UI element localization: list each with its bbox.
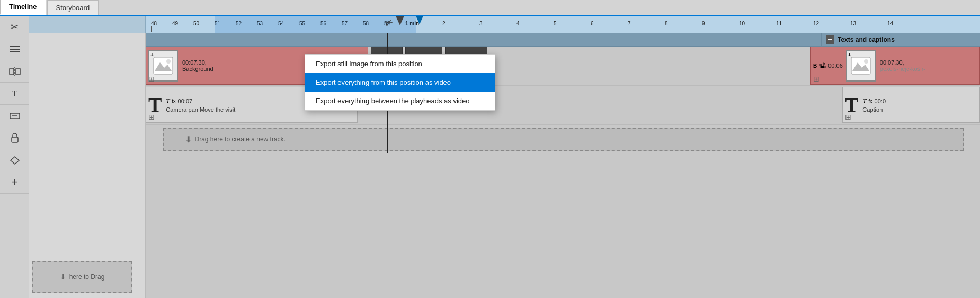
camera-pan-header: − Camera pan − Texts and captions <box>29 33 980 47</box>
timeline-scroll[interactable]: − Camera pan − Texts and captions <box>29 33 980 298</box>
track-area: − Camera pan − Texts and captions <box>29 33 980 153</box>
ruler: 48 49 50 51 52 53 54 55 56 57 58 59 1 mi… <box>29 16 980 33</box>
inpoint-marker <box>416 16 423 24</box>
svg-marker-9 <box>11 157 19 164</box>
playhead-top-marker <box>396 16 404 25</box>
keyframe-icon[interactable] <box>0 149 29 171</box>
texts-captions-label: Texts and captions <box>838 36 895 43</box>
svg-rect-10 <box>154 57 173 74</box>
left-drag-zone[interactable]: ⬇ here to Drag <box>32 261 132 293</box>
left-drag-label: here to Drag <box>69 273 105 281</box>
svg-point-12 <box>166 59 171 64</box>
cut-icon[interactable]: ✂ <box>0 16 29 38</box>
context-menu-item-export-video[interactable]: Export everything from this position as … <box>305 73 495 92</box>
svg-rect-13 <box>851 57 870 74</box>
tab-storyboard[interactable]: Storyboard <box>47 0 99 15</box>
svg-rect-8 <box>12 137 18 142</box>
context-menu-item-export-between[interactable]: Export everything between the playheads … <box>305 92 495 110</box>
drag-to-create-track[interactable]: ⬇ Drag here to create a new track. <box>163 128 964 151</box>
resize-icon[interactable] <box>0 105 29 127</box>
svg-rect-5 <box>16 68 20 75</box>
lock-icon[interactable] <box>0 127 29 149</box>
video-track-row: nbro-4972708.jpg + <box>29 47 980 86</box>
timeline-area: 48 49 50 51 52 53 54 55 56 57 58 59 1 mi… <box>29 16 980 298</box>
clip-label: Background <box>182 66 213 72</box>
text-add-icon[interactable]: T <box>0 83 29 105</box>
layers-icon[interactable] <box>0 38 29 60</box>
drag-zone-label: Drag here to create a new track. <box>195 136 286 143</box>
right-clip-time: 00:07.30, <box>880 59 925 66</box>
context-menu: Export still image from this position Ex… <box>305 54 495 111</box>
svg-point-15 <box>864 59 868 64</box>
svg-rect-3 <box>10 68 14 75</box>
tab-timeline[interactable]: Timeline <box>0 0 46 15</box>
main-container: ✂ T + <box>0 16 980 298</box>
text-track-row: A 🖊 ~ 00:06 papierflugzeug.pl B 🖊 ~ 00:0… <box>29 86 980 125</box>
right-caption-text: Caption <box>862 106 886 113</box>
caption-clip-right[interactable]: T T fx 00:0 Caption ⊞ <box>842 87 980 123</box>
new-track-row: ⬇ Drag here to create a new track. <box>29 125 980 153</box>
right-video-clip[interactable]: B 📽 00:06 + 00:07.30, pexels-nejc-košir- <box>810 47 980 85</box>
tab-bar: Timeline Storyboard <box>0 0 980 16</box>
texts-captions-collapse-button[interactable]: − <box>826 35 834 44</box>
context-menu-item-export-still[interactable]: Export still image from this position <box>305 55 495 73</box>
left-clips-panel <box>29 33 146 298</box>
right-clip-filename: pexels-nejc-košir- <box>880 66 925 72</box>
caption-text: Camera pan Move the visit <box>166 106 235 113</box>
clip-time: 00:07.30, <box>182 59 213 66</box>
sidebar: ✂ T + <box>0 16 29 298</box>
split-icon[interactable] <box>0 60 29 83</box>
add-track-icon[interactable]: + <box>0 171 29 194</box>
